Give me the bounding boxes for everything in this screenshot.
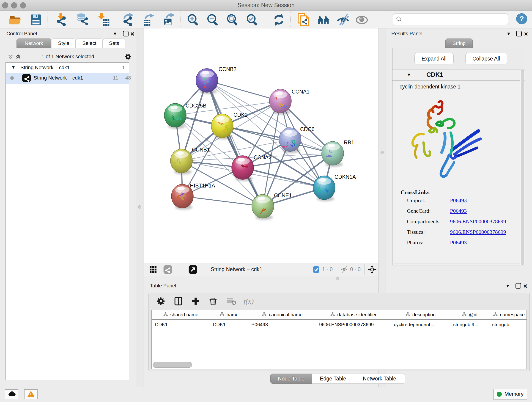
save-session-button[interactable] (29, 13, 43, 27)
collapse-all-icon[interactable] (7, 54, 14, 60)
entry-header[interactable]: ▼ CDK1 (393, 70, 525, 81)
node-CDK1[interactable]: CDK1 (211, 112, 247, 139)
column-header-database-identifier[interactable]: database identifier (316, 310, 391, 319)
column-header-name[interactable]: name (210, 310, 248, 319)
tab-network[interactable]: Network (17, 38, 51, 48)
table-row[interactable]: CDK1CDK1P064939606.ENSP00000378699cyclin… (152, 320, 527, 330)
float-panel-icon[interactable]: ▼ (113, 31, 117, 36)
maximize-panel-icon[interactable] (515, 283, 521, 288)
zoom-out-button[interactable] (206, 13, 220, 27)
maximize-panel-icon[interactable] (123, 31, 128, 36)
show-columns-icon[interactable] (173, 296, 184, 306)
share-document-button[interactable] (297, 13, 311, 27)
zoom-fit-button[interactable] (225, 13, 240, 27)
tab-string[interactable]: String (445, 38, 473, 48)
tab-style[interactable]: Style (52, 38, 76, 48)
node-CCNB1[interactable]: CCNB1 (171, 147, 210, 174)
grid-view-icon[interactable] (148, 265, 158, 274)
close-panel-icon[interactable]: × (524, 32, 528, 36)
maximize-panel-icon[interactable] (516, 31, 522, 36)
tab-node-table[interactable]: Node Table (270, 374, 312, 384)
delete-column-icon[interactable] (208, 296, 218, 306)
crosslink-value[interactable]: P06493 (450, 240, 467, 246)
warning-button[interactable] (24, 389, 38, 399)
network-view-icon[interactable] (163, 265, 172, 274)
network-graph[interactable]: CCNB2CCNA1CDC25BCDK1CDC6RB1CCNB1CCNA2CDK… (144, 28, 379, 263)
column-header-description[interactable]: description (391, 310, 450, 319)
zoom-in-button[interactable] (186, 13, 200, 27)
zoom-selected-button[interactable] (245, 13, 259, 27)
hide-selected-button[interactable] (336, 13, 350, 27)
close-panel-icon[interactable]: × (130, 32, 134, 36)
table-cell[interactable]: P06493 (248, 320, 316, 330)
houses-button[interactable] (317, 13, 331, 27)
edge-CCNB2-CCNE1[interactable] (207, 80, 263, 206)
tab-sets[interactable]: Sets (103, 38, 125, 48)
export-network-button[interactable] (121, 13, 135, 27)
table-cell[interactable]: cyclin-dependent ... (391, 320, 450, 330)
column-header-namespace[interactable]: namespace (489, 310, 527, 319)
crosslink-value[interactable]: 9606.ENSP00000378699 (450, 218, 506, 225)
edge-HIST1H1A-CCNE1[interactable] (182, 196, 263, 206)
crosslink-value[interactable]: P06493 (450, 197, 467, 204)
refresh-button[interactable] (272, 13, 286, 27)
horizontal-splitter-handle[interactable] (336, 277, 339, 280)
add-column-icon[interactable] (190, 296, 201, 306)
import-database-button[interactable] (75, 13, 89, 27)
open-session-button[interactable] (8, 13, 22, 27)
crosslink-value[interactable]: 9606.ENSP00000378699 (450, 229, 506, 235)
selected-checkbox-icon[interactable] (312, 266, 320, 273)
window-title: Session: New Session (0, 2, 532, 8)
network-row[interactable]: String Network – cdk1 11 48 (6, 73, 129, 84)
table-cell[interactable]: CDK1 (152, 320, 210, 330)
crosslink-value[interactable]: P06493 (450, 208, 467, 214)
network-canvas[interactable]: CCNB2CCNA1CDC25BCDK1CDC6RB1CCNB1CCNA2CDK… (144, 28, 379, 263)
export-table-button[interactable] (142, 13, 156, 27)
close-panel-icon[interactable]: × (523, 284, 527, 288)
table-horizontal-scrollbar[interactable] (152, 362, 192, 368)
tab-edge-table[interactable]: Edge Table (312, 374, 354, 384)
node-CCNA2[interactable]: CCNA2 (232, 154, 272, 181)
table-cell[interactable]: stringdb (489, 320, 527, 330)
node-CDKN1A[interactable]: CDKN1A (313, 174, 356, 201)
table-cell[interactable]: stringdb:9... (450, 320, 489, 330)
tab-select[interactable]: Select (76, 38, 103, 48)
memory-button[interactable]: Memory (493, 389, 527, 400)
node-CCNE1[interactable]: CCNE1 (252, 192, 292, 220)
node-HIST1H1A[interactable]: HIST1H1A (171, 183, 215, 210)
cloud-button[interactable] (5, 389, 18, 399)
help-button[interactable]: ? (516, 13, 527, 24)
import-network-button[interactable] (55, 13, 69, 27)
export-image-button[interactable] (162, 13, 177, 27)
hidden-eye-icon[interactable] (340, 265, 348, 274)
entry-caret-icon[interactable]: ▼ (407, 72, 411, 77)
network-collection-row[interactable]: ▼ String Network – cdk1 1 (6, 63, 129, 73)
table-cell[interactable]: CDK1 (210, 320, 248, 330)
table-cell[interactable]: 9606.ENSP00000378699 (316, 320, 391, 330)
float-panel-icon[interactable]: ▼ (506, 31, 511, 36)
crosshair-icon[interactable] (367, 265, 377, 274)
table-gear-icon[interactable] (156, 296, 166, 306)
expand-all-button[interactable]: Expand All (414, 53, 454, 64)
column-header-canonical-name[interactable]: canonical name (248, 310, 316, 319)
search-input[interactable] (404, 16, 505, 22)
node-label: CCNE1 (274, 192, 292, 198)
node-RB1[interactable]: RB1 (322, 140, 354, 167)
show-eye-button[interactable] (355, 13, 369, 27)
import-table-button[interactable] (96, 13, 110, 27)
column-header-shared-name[interactable]: shared name (152, 310, 210, 319)
tab-network-table[interactable]: Network Table (354, 374, 405, 384)
expand-all-icon[interactable] (15, 54, 22, 60)
left-panel-splitter[interactable] (136, 28, 143, 387)
node-CCNB2[interactable]: CCNB2 (196, 66, 236, 94)
float-panel-icon[interactable]: ▼ (505, 283, 510, 288)
node-CDC25B[interactable]: CDC25B (164, 103, 206, 129)
birdseye-view-icon[interactable] (188, 265, 197, 274)
column-header--id[interactable]: @id (450, 310, 489, 319)
results-scrollbar[interactable] (520, 70, 525, 265)
collapse-all-button[interactable]: Collapse All (465, 53, 507, 64)
edge-CDK1-RB1[interactable] (222, 126, 333, 153)
collection-caret-icon[interactable]: ▼ (11, 65, 16, 70)
gear-icon[interactable] (124, 53, 132, 61)
results-panel: Results Panel ▼ × String Expand All Coll… (385, 28, 532, 281)
